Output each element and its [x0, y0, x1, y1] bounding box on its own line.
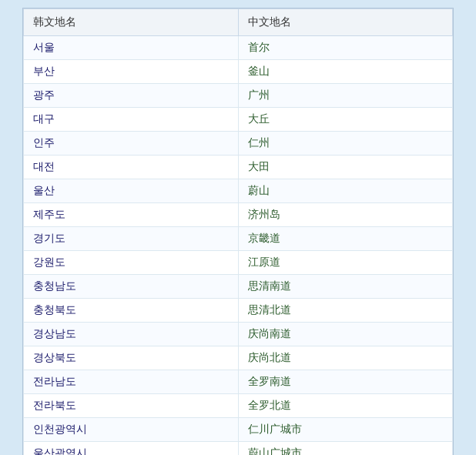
cell-korean: 경상북도	[24, 346, 239, 370]
cell-korean: 제주도	[24, 203, 239, 227]
table-row: 대전大田	[24, 156, 453, 179]
cell-chinese: 蔚山广城市	[238, 442, 453, 456]
table-row: 전라남도全罗南道	[24, 370, 453, 394]
cell-korean: 울산광역시	[24, 442, 239, 456]
cell-korean: 서울	[24, 36, 239, 60]
cell-chinese: 庆尚北道	[238, 346, 453, 370]
cell-korean: 경상남도	[24, 323, 239, 346]
table-row: 부산釜山	[24, 60, 453, 84]
cell-chinese: 京畿道	[238, 227, 453, 251]
table-row: 충청북도思清北道	[24, 299, 453, 323]
cell-korean: 충청북도	[24, 299, 239, 323]
cell-chinese: 仁川广城市	[238, 418, 453, 442]
cell-chinese: 全罗北道	[238, 394, 453, 418]
cell-korean: 충청남도	[24, 275, 239, 299]
cell-chinese: 广州	[238, 84, 453, 108]
table-row: 경상남도庆尚南道	[24, 323, 453, 346]
cell-korean: 울산	[24, 179, 239, 203]
table-row: 경기도京畿道	[24, 227, 453, 251]
cell-korean: 대구	[24, 108, 239, 132]
cell-korean: 전라남도	[24, 370, 239, 394]
table-row: 서울首尔	[24, 36, 453, 60]
table-row: 울산蔚山	[24, 179, 453, 203]
cell-chinese: 大田	[238, 156, 453, 179]
table-row: 인천광역시仁川广城市	[24, 418, 453, 442]
table-row: 충청남도思清南道	[24, 275, 453, 299]
cell-chinese: 江原道	[238, 251, 453, 275]
table-row: 강원도江原道	[24, 251, 453, 275]
table-header-row: 韩文地名 中文地名	[24, 9, 453, 36]
cell-chinese: 釜山	[238, 60, 453, 84]
cell-korean: 인천광역시	[24, 418, 239, 442]
cell-chinese: 庆尚南道	[238, 323, 453, 346]
cell-chinese: 济州岛	[238, 203, 453, 227]
cell-korean: 전라북도	[24, 394, 239, 418]
cell-chinese: 全罗南道	[238, 370, 453, 394]
cell-korean: 인주	[24, 132, 239, 156]
cell-chinese: 思清北道	[238, 299, 453, 323]
column-header-korean: 韩文地名	[24, 9, 239, 36]
cell-korean: 경기도	[24, 227, 239, 251]
column-header-chinese: 中文地名	[238, 9, 453, 36]
cell-chinese: 大丘	[238, 108, 453, 132]
table-row: 전라북도全罗北道	[24, 394, 453, 418]
table-row: 제주도济州岛	[24, 203, 453, 227]
table-row: 울산광역시蔚山广城市	[24, 442, 453, 456]
table-row: 대구大丘	[24, 108, 453, 132]
table-row: 경상북도庆尚北道	[24, 346, 453, 370]
main-table-container: 韩文地名 中文地名 서울首尔부산釜山광주广州대구大丘인주仁州대전大田울산蔚山제주…	[22, 8, 454, 455]
table-row: 인주仁州	[24, 132, 453, 156]
cell-chinese: 蔚山	[238, 179, 453, 203]
cell-chinese: 仁州	[238, 132, 453, 156]
cell-chinese: 首尔	[238, 36, 453, 60]
cell-korean: 대전	[24, 156, 239, 179]
cell-korean: 광주	[24, 84, 239, 108]
cell-chinese: 思清南道	[238, 275, 453, 299]
cell-korean: 강원도	[24, 251, 239, 275]
cell-korean: 부산	[24, 60, 239, 84]
table-row: 광주广州	[24, 84, 453, 108]
place-names-table: 韩文地名 中文地名 서울首尔부산釜山광주广州대구大丘인주仁州대전大田울산蔚山제주…	[23, 8, 453, 455]
